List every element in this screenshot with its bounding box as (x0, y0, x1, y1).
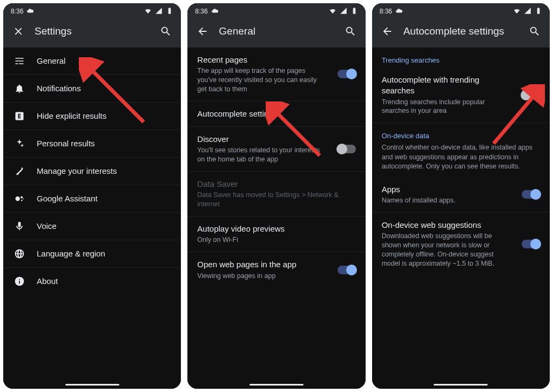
battery-icon (535, 7, 542, 16)
toggle-switch[interactable] (522, 190, 540, 199)
svg-point-1 (21, 196, 23, 198)
item-sub: You'll see stories related to your inter… (197, 146, 322, 164)
general-list: Recent pages The app will keep track of … (187, 48, 365, 389)
item-label: Apps (382, 184, 507, 195)
page-title: Settings (35, 25, 150, 37)
screenshot-settings: 8:36 Settings General Notifications Hide… (3, 3, 181, 389)
settings-item-general[interactable]: General (3, 48, 181, 75)
close-icon[interactable] (12, 25, 25, 38)
toggle-switch[interactable] (338, 70, 356, 78)
toggle-switch[interactable] (522, 91, 540, 99)
page-title: General (219, 25, 334, 37)
item-label: Discover (197, 134, 322, 145)
settings-item-hide-explicit[interactable]: Hide explicit results (3, 103, 181, 130)
setting-autocomplete-settings[interactable]: Autocomplete settings (187, 102, 365, 127)
item-sub: Data Saver has moved to Settings > Netwo… (197, 191, 355, 209)
item-label: Autocomplete with trending searches (382, 75, 507, 97)
signal-icon (155, 7, 163, 16)
home-indicator[interactable] (249, 384, 304, 386)
item-label: Manage your interests (37, 166, 171, 177)
item-sub: Only on Wi-Fi (197, 235, 355, 245)
info-icon (13, 275, 26, 288)
search-icon[interactable] (528, 25, 541, 38)
item-sub: Viewing web pages in app (197, 272, 322, 281)
battery-icon (166, 7, 173, 16)
svg-point-3 (23, 199, 24, 200)
setting-discover[interactable]: Discover You'll see stories related to y… (187, 127, 365, 172)
search-icon[interactable] (344, 25, 357, 38)
sliders-icon (13, 55, 26, 67)
settings-item-notifications[interactable]: Notifications (3, 75, 181, 103)
status-bar: 8:36 (372, 3, 550, 18)
globe-icon (13, 247, 26, 260)
item-label: Personal results (37, 138, 171, 149)
cloud-icon (395, 7, 403, 16)
settings-item-personal-results[interactable]: Personal results (3, 130, 181, 158)
setting-autoplay-video[interactable]: Autoplay video previews Only on Wi-Fi (187, 217, 365, 252)
status-time: 8:36 (195, 8, 207, 15)
item-label: About (37, 276, 171, 287)
page-title: Autocomplete settings (403, 25, 518, 37)
app-bar: Autocomplete settings (372, 18, 550, 48)
app-bar: General (187, 18, 365, 48)
search-icon[interactable] (159, 25, 172, 38)
settings-list: General Notifications Hide explicit resu… (3, 48, 181, 389)
item-label: Open web pages in the app (197, 259, 322, 270)
status-bar: 8:36 (3, 3, 181, 18)
cloud-icon (26, 7, 34, 16)
sparkle-icon (13, 137, 26, 150)
item-label: General (37, 56, 171, 66)
app-bar: Settings (3, 18, 181, 48)
item-label: Notifications (37, 83, 171, 94)
bell-icon (13, 82, 26, 95)
toggle-switch[interactable] (338, 266, 356, 274)
item-label: Voice (37, 221, 171, 232)
settings-item-language-region[interactable]: Language & region (3, 240, 181, 268)
setting-recent-pages[interactable]: Recent pages The app will keep track of … (187, 48, 365, 102)
section-header-trending: Trending searches (372, 48, 550, 67)
status-icons (513, 7, 542, 16)
mic-icon (13, 220, 26, 233)
signal-icon (524, 7, 531, 16)
toggle-switch[interactable] (522, 240, 540, 248)
status-bar: 8:36 (187, 3, 365, 18)
setting-ondevice-web[interactable]: On-device web suggestions Downloaded web… (372, 213, 550, 275)
svg-point-2 (21, 200, 23, 201)
screenshot-autocomplete: 8:36 Autocomplete settings Trending sear… (372, 3, 550, 389)
setting-open-web-pages[interactable]: Open web pages in the app Viewing web pa… (187, 252, 365, 287)
settings-item-manage-interests[interactable]: Manage your interests (3, 158, 181, 185)
back-icon[interactable] (381, 25, 394, 38)
item-sub: Downloaded web suggestions will be shown… (382, 232, 507, 268)
assistant-icon (13, 192, 26, 205)
item-sub: The app will keep track of the pages you… (197, 66, 322, 94)
svg-point-0 (16, 197, 20, 201)
wand-icon (13, 165, 26, 178)
screenshot-general: 8:36 General Recent pages The app will k… (187, 3, 365, 389)
item-label: On-device web suggestions (382, 220, 507, 231)
section-header-ondevice: On-device data (372, 123, 550, 143)
item-label: Language & region (37, 248, 171, 259)
settings-item-about[interactable]: About (3, 268, 181, 295)
item-label: Google Assistant (37, 193, 171, 204)
setting-autocomplete-trending[interactable]: Autocomplete with trending searches Tren… (372, 67, 550, 123)
home-indicator[interactable] (434, 384, 488, 386)
toggle-switch[interactable] (338, 145, 356, 153)
home-indicator[interactable] (65, 384, 119, 386)
back-icon[interactable] (196, 25, 209, 38)
item-sub: Trending searches include popular search… (382, 98, 507, 116)
item-label: Hide explicit results (37, 111, 171, 121)
battery-icon (350, 7, 358, 16)
settings-item-voice[interactable]: Voice (3, 213, 181, 240)
wifi-icon (144, 7, 152, 16)
item-label: Data Saver (197, 179, 355, 190)
settings-item-google-assistant[interactable]: Google Assistant (3, 185, 181, 213)
cloud-icon (211, 7, 219, 16)
wifi-icon (329, 7, 336, 16)
setting-apps[interactable]: Apps Names of installed apps. (372, 177, 550, 213)
item-label: Autocomplete settings (197, 109, 355, 119)
explicit-icon (13, 110, 26, 123)
autocomplete-list: Trending searches Autocomplete with tren… (372, 48, 550, 389)
status-time: 8:36 (11, 8, 23, 15)
status-time: 8:36 (380, 8, 392, 15)
item-label: Autoplay video previews (197, 224, 355, 234)
